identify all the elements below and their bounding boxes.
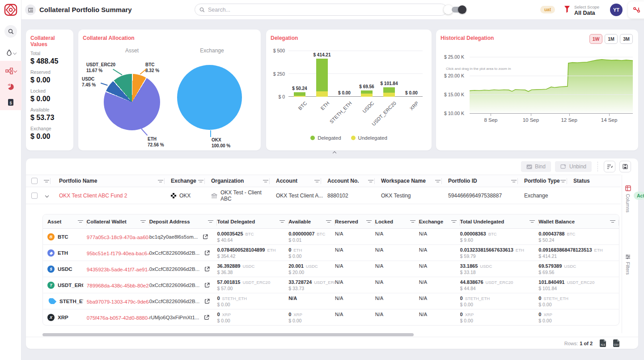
wallet-balance-cell: 101.840491USDT_ERC20$ 101.84: [538, 279, 619, 291]
external-link-icon[interactable]: [204, 298, 210, 304]
filter-icon[interactable]: [263, 179, 268, 183]
horizontal-scrollbar[interactable]: [42, 333, 414, 336]
asset-name: USDT_ERC20: [58, 283, 83, 288]
filter-table-button[interactable]: [604, 161, 615, 172]
filter-icon[interactable]: [530, 219, 535, 223]
filter-icon[interactable]: [44, 179, 49, 183]
asset-pie-chart[interactable]: [104, 74, 160, 130]
bar-group[interactable]: $ 101.84USDT_ERC20: [378, 51, 400, 97]
filter-icon[interactable]: [560, 179, 566, 183]
filter-icon[interactable]: [78, 219, 83, 223]
filter-icon[interactable]: [280, 219, 285, 223]
filter-icon[interactable]: [208, 219, 213, 223]
bar-group[interactable]: $ 0.00XRP: [400, 51, 423, 97]
select-all-checkbox[interactable]: [31, 178, 38, 184]
exchange-name: OKX: [179, 193, 191, 199]
filters-panel-tab[interactable]: Filters: [622, 254, 634, 275]
asset-table-row[interactable]: STETH_ETH 5ba97079-1303-479c-9de6-cc 0xC…: [43, 293, 619, 309]
expand-row-icon[interactable]: [45, 193, 49, 197]
filter-icon[interactable]: [366, 219, 372, 223]
filter-icon[interactable]: [435, 179, 441, 183]
collateral-wallet-link[interactable]: 5ba97079-1303-479c-9de6-cc: [87, 299, 149, 304]
asset-table-row[interactable]: T USDT_ERC20 789968da-438c-45bb-80e2-fc …: [43, 277, 619, 293]
filter-icon[interactable]: [198, 179, 203, 183]
collateral-wallet-link[interactable]: 977a05c3-18c9-470a-aa60-52: [87, 235, 149, 240]
collateral-wallet-link[interactable]: 075f476a-b057-42d0-8880-04: [87, 315, 149, 321]
filter-icon[interactable]: [314, 179, 320, 183]
quick-actions-button[interactable]: [628, 1, 644, 18]
portfolio-row[interactable]: OKX Test Client ABC Fund 2 OKX OKX Test …: [26, 187, 621, 204]
collapse-section-button[interactable]: [331, 150, 338, 156]
filter-icon[interactable]: [410, 219, 415, 223]
search-input[interactable]: [208, 7, 442, 13]
x-tick-label: ETH: [319, 100, 330, 111]
columns-panel-tab[interactable]: Columns: [622, 185, 634, 212]
external-link-icon[interactable]: [204, 250, 210, 256]
bar-segment-delegated: [361, 90, 373, 94]
filter-icon[interactable]: [140, 219, 146, 223]
asset-table-row[interactable]: ◆ ETH 95bc51e1-f179-40ea-bac6-c43 0xCcfC…: [43, 245, 619, 261]
range-button-3m[interactable]: 3M: [620, 34, 633, 44]
collateral-wallet-link[interactable]: 789968da-438c-45bb-80e2-fc: [87, 283, 149, 288]
scope-value[interactable]: All Data: [574, 10, 595, 16]
external-link-icon[interactable]: [204, 282, 210, 288]
network-icon: [5, 68, 13, 74]
save-view-button[interactable]: [619, 161, 631, 172]
row-checkbox[interactable]: [31, 193, 38, 199]
toggle-knob-on[interactable]: [458, 5, 466, 14]
exchange-cell: N/A: [419, 312, 460, 323]
asset-table-row[interactable]: X XRP 075f476a-b057-42d0-8880-04 rUMjo6Q…: [43, 309, 619, 326]
external-link-icon[interactable]: [203, 314, 210, 321]
scope-funnel-icon[interactable]: [564, 5, 571, 13]
card-title: Delegation: [271, 35, 298, 41]
external-link-icon[interactable]: [204, 266, 210, 272]
external-link-icon[interactable]: [202, 234, 208, 240]
filter-icon[interactable]: [610, 219, 615, 223]
unbind-button[interactable]: Unbind: [555, 161, 592, 172]
filter-icon[interactable]: [326, 219, 331, 223]
legend-dot-delegated: [310, 136, 315, 140]
bar-group[interactable]: $ 414.21ETH: [311, 51, 333, 97]
x-tick-mark: [609, 114, 610, 116]
table-side-panel: Columns Filters: [622, 175, 633, 333]
historical-plot[interactable]: 8 Sep10 Sep12 Sep14 Sep: [470, 57, 633, 113]
column-header: Reserved: [335, 219, 358, 224]
deposit-address: 0xCcfC8226096d2B...: [149, 283, 199, 288]
available-cell: 33.728724USDT_ERC20$ 33.73: [288, 279, 335, 291]
portfolio-type: Exchange: [524, 193, 548, 199]
pie-callout-eth: ETH 72.56 %: [148, 136, 164, 148]
avatar[interactable]: YT: [610, 4, 623, 16]
filter-icon[interactable]: [451, 219, 457, 223]
export-csv-button[interactable]: CSV: [613, 339, 619, 347]
menu-toggle-button[interactable]: [25, 4, 36, 15]
asset-icon: B: [47, 233, 55, 240]
collateral-wallet-link[interactable]: 95bc51e1-f179-40ea-bac6-c43: [87, 251, 149, 256]
range-button-1m[interactable]: 1M: [605, 34, 618, 44]
wallet-balance-cell: 0.00043788BTC$ 50.24: [538, 231, 619, 243]
available-cell: 0XRP$ 0.00: [288, 312, 335, 323]
filter-icon[interactable]: [511, 179, 517, 183]
asset-table-row[interactable]: $ USDC 9435923b-5ade-41f7-ae91-02 0xCcfC…: [43, 261, 619, 277]
sidebar-item-liquidity[interactable]: [0, 45, 21, 61]
sidebar-item-billing[interactable]: $: [0, 94, 21, 110]
bar-group[interactable]: $ 0.00STETH_ETH: [333, 51, 356, 97]
export-xls-button[interactable]: XLS: [600, 339, 606, 347]
sidebar-search-button[interactable]: [4, 25, 17, 38]
bar-group[interactable]: $ 69.56USDC: [356, 51, 378, 97]
bar-segment-undelegated: [383, 93, 395, 97]
bar-group[interactable]: $ 50.24BTC: [288, 51, 311, 97]
range-button-1w[interactable]: 1W: [589, 34, 602, 44]
filter-icon[interactable]: [368, 179, 373, 183]
sidebar-item-allocation[interactable]: [0, 79, 21, 95]
filter-icon[interactable]: [158, 179, 163, 183]
sidebar-item-collateral[interactable]: [0, 63, 21, 79]
collateral-wallet-link[interactable]: 9435923b-5ade-41f7-ae91-02: [87, 267, 149, 272]
exchange-pie-chart[interactable]: [177, 65, 242, 130]
asset-icon: ◆: [47, 249, 55, 257]
app-logo: [4, 3, 18, 17]
environment-badge: uat: [540, 6, 555, 13]
portfolio-name-link[interactable]: OKX Test Client ABC Fund 2: [59, 193, 127, 199]
collateral-values-card: Collateral Values Total $ 488.45 Reserve…: [26, 30, 73, 150]
asset-table-row[interactable]: B BTC 977a05c3-18c9-470a-aa60-52 bc1q2y0…: [43, 229, 619, 245]
bind-button[interactable]: Bind: [521, 161, 551, 172]
